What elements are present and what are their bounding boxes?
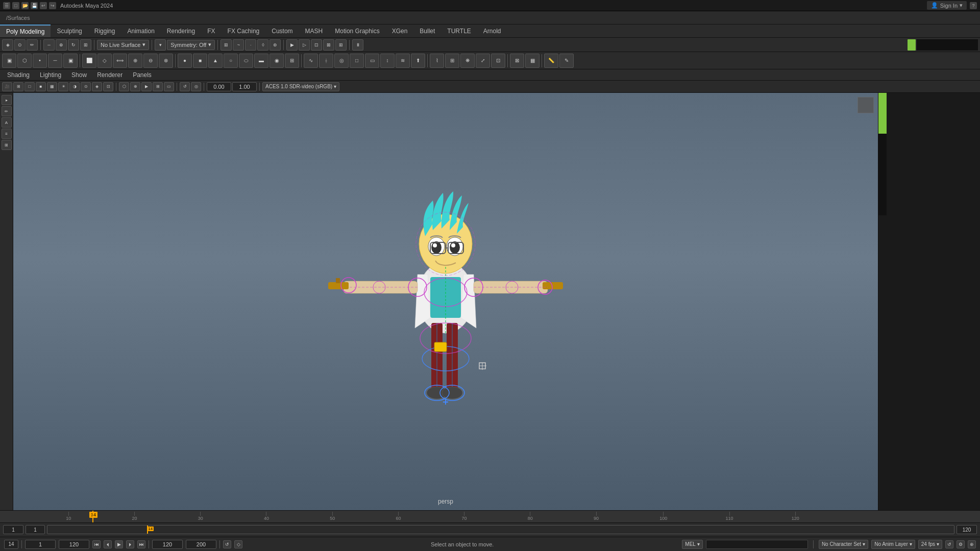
tab-custom[interactable]: Custom <box>265 24 299 37</box>
ipr-btn[interactable]: ⊠ <box>323 39 334 51</box>
poly-sphere-btn[interactable]: ◉ <box>270 54 284 68</box>
tab-mash[interactable]: MASH <box>299 24 329 37</box>
uv-btn[interactable]: ⊠ <box>510 54 524 68</box>
menu-surfaces[interactable]: /Surfaces <box>0 11 36 24</box>
snap-icon[interactable]: ▾ <box>155 39 166 51</box>
fps-dropdown[interactable]: 24 fps ▾ <box>918 540 942 549</box>
smooth-btn[interactable]: ⊡ <box>491 54 505 68</box>
snap-surface-btn[interactable]: ◊ <box>257 39 268 51</box>
vp-iso-btn[interactable]: ⊡ <box>103 82 113 91</box>
tab-bullet[interactable]: Bullet <box>413 24 441 37</box>
open-icon[interactable]: 📂 <box>21 2 29 9</box>
menu-icon[interactable]: ☰ <box>3 2 10 9</box>
transform-btn[interactable]: ↔ <box>43 39 55 51</box>
status-frame-box[interactable]: 14 <box>4 540 18 549</box>
bridge-btn[interactable]: ⟺ <box>113 54 127 68</box>
playback-step-fwd-btn[interactable]: ⏵ <box>126 540 134 548</box>
annotate-btn[interactable]: A <box>2 117 12 128</box>
paint-btn[interactable]: ✏ <box>27 39 38 51</box>
render2-btn[interactable]: ▷ <box>299 39 310 51</box>
tab-animation[interactable]: Animation <box>121 24 160 37</box>
component-btn[interactable]: ⬡ <box>17 54 32 68</box>
sync-btn[interactable]: ↺ <box>945 540 953 548</box>
timeline-range-bar[interactable]: 14 <box>47 525 954 534</box>
tab-sculpting[interactable]: Sculpting <box>51 24 88 37</box>
timeline-ruler[interactable]: 10203040506070809010011012014 <box>0 511 980 523</box>
vp-isolate-btn[interactable]: ◎ <box>191 82 201 91</box>
deform-btn[interactable]: ⌇ <box>430 54 444 68</box>
paint-mode-btn[interactable]: ✏ <box>2 106 12 116</box>
tab-fx-caching[interactable]: FX Caching <box>222 24 266 37</box>
nurbs-sq-btn[interactable]: □ <box>350 54 364 68</box>
ep-btn[interactable]: ⟊ <box>319 54 333 68</box>
nurbs-plane-btn[interactable]: ▭ <box>365 54 379 68</box>
anim-prefs-btn[interactable]: ⚙ <box>957 540 965 548</box>
render-btn[interactable]: ▶ <box>286 39 298 51</box>
tab-rendering[interactable]: Rendering <box>161 24 201 37</box>
playback-prev-btn[interactable]: ⏮ <box>92 540 101 548</box>
rotate-btn[interactable]: ↻ <box>68 39 79 51</box>
cylinder-btn[interactable]: ⬭ <box>239 54 253 68</box>
shrink-btn[interactable]: ⤢ <box>476 54 490 68</box>
status-range-start[interactable]: 1 <box>25 540 56 549</box>
keying-btn[interactable]: ◇ <box>234 540 242 548</box>
timeline-end-input[interactable] <box>957 525 977 534</box>
plane-btn[interactable]: ▬ <box>254 54 268 68</box>
tab-arnold[interactable]: Arnold <box>477 24 507 37</box>
anim-layer-dropdown[interactable]: No Anim Layer ▾ <box>871 540 915 549</box>
playback-step-back-btn[interactable]: ⏴ <box>104 540 112 548</box>
cone-btn[interactable]: ▲ <box>208 54 223 68</box>
lasso-btn[interactable]: ⊙ <box>14 39 26 51</box>
select-tool-btn[interactable]: ◈ <box>2 39 13 51</box>
snap-curve-btn[interactable]: ~ <box>233 39 244 51</box>
combine-btn[interactable]: ⊕ <box>128 54 142 68</box>
redo-icon[interactable]: ↪ <box>49 2 56 9</box>
bevel-btn[interactable]: ◇ <box>97 54 112 68</box>
tab-rigging[interactable]: Rigging <box>88 24 121 37</box>
mel-dropdown[interactable]: MEL ▾ <box>682 540 703 549</box>
timeline-start-input[interactable] <box>3 525 23 534</box>
status-range-end[interactable]: 120 <box>59 540 89 549</box>
save-icon[interactable]: 💾 <box>31 2 38 9</box>
tab-poly-modeling[interactable]: Poly Modeling <box>0 24 51 37</box>
extra-btn[interactable]: ⊕ <box>968 540 976 548</box>
torus-btn[interactable]: ○ <box>224 54 238 68</box>
vp-select-btn[interactable]: ◈ <box>92 82 102 91</box>
measure-btn[interactable]: 📏 <box>544 54 558 68</box>
vp-sync-btn[interactable]: ↺ <box>180 82 190 91</box>
vp-cam-btn[interactable]: 🎥 <box>2 82 12 91</box>
exposure-input[interactable] <box>207 82 231 91</box>
vp-anim-btn[interactable]: ▶ <box>141 82 152 91</box>
extrude2-btn[interactable]: ⬆ <box>411 54 425 68</box>
vp-solid-btn[interactable]: ■ <box>36 82 46 91</box>
panel-panels[interactable]: Panels <box>128 69 157 80</box>
vp-wireframe-btn[interactable]: □ <box>24 82 35 91</box>
panel-renderer[interactable]: Renderer <box>92 69 128 80</box>
mel-input[interactable] <box>706 540 808 549</box>
snap-grid-btn[interactable]: ⊞ <box>220 39 232 51</box>
no-live-surface-dropdown[interactable]: No Live Surface ▾ <box>97 40 149 50</box>
layer-btn[interactable]: ≡ <box>2 129 12 139</box>
revolve-btn[interactable]: ↕ <box>380 54 395 68</box>
extrude-btn[interactable]: ⬜ <box>82 54 96 68</box>
vp-display-btn[interactable]: ⬡ <box>119 82 129 91</box>
vp-shadow-btn[interactable]: ◑ <box>69 82 80 91</box>
vp-grid-btn[interactable]: ⊞ <box>13 82 23 91</box>
character-set-dropdown[interactable]: No Character Set ▾ <box>819 540 868 549</box>
crv-btn[interactable]: ∿ <box>304 54 318 68</box>
subdiv-btn[interactable]: ⊞ <box>285 54 299 68</box>
nurbs-circle-btn[interactable]: ◎ <box>334 54 349 68</box>
vp-light-btn[interactable]: ☀ <box>58 82 68 91</box>
undo-icon[interactable]: ↩ <box>40 2 47 9</box>
vp-texture-btn[interactable]: ▦ <box>47 82 57 91</box>
move-btn[interactable]: ⊕ <box>56 39 67 51</box>
vp-hud-btn[interactable]: ⊞ <box>153 82 163 91</box>
select-all-btn[interactable]: ▣ <box>2 54 16 68</box>
tab-fx[interactable]: FX <box>201 24 221 37</box>
color-space-dropdown[interactable]: ACES 1.0 SDR-video (sRGB) ▾ <box>262 82 339 91</box>
vp-xray-btn[interactable]: ⊙ <box>81 82 91 91</box>
loop-btn[interactable]: ↺ <box>223 540 231 548</box>
tab-xgen[interactable]: XGen <box>386 24 414 37</box>
tab-turtle[interactable]: TURTLE <box>441 24 477 37</box>
uv2-btn[interactable]: ▦ <box>525 54 540 68</box>
